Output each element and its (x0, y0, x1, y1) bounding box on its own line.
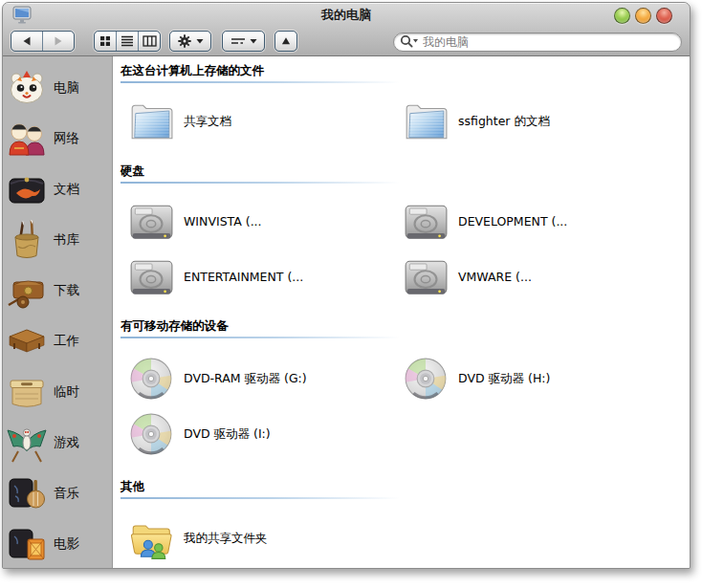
up-button[interactable] (274, 31, 297, 52)
actions-button[interactable] (169, 31, 211, 52)
hard-drive-icon (403, 253, 449, 299)
wooden-cart-icon (3, 270, 51, 312)
chevron-down-icon (196, 38, 204, 44)
back-button[interactable] (11, 32, 42, 51)
arrange-button[interactable] (222, 31, 265, 52)
sidebar-item-label: 游戏 (54, 434, 79, 451)
column-view-icon (143, 35, 157, 47)
window-button-red[interactable] (656, 8, 672, 24)
window-buttons (614, 8, 672, 24)
list-view-button[interactable] (116, 32, 138, 51)
section-title: 有可移动存储的设备 (121, 318, 690, 335)
drive-item-winvista[interactable]: WINVISTA (... (121, 196, 395, 246)
titlebar[interactable]: 我的电脑 (3, 3, 690, 27)
file-item-label: ssfighter 的文档 (458, 114, 550, 130)
window-button-green[interactable] (614, 8, 630, 24)
drive-item-label: DEVELOPMENT (... (458, 214, 567, 229)
file-item-user-documents[interactable]: ssfighter 的文档 (395, 97, 690, 146)
wooden-table-icon (3, 320, 51, 362)
section-title: 硬盘 (121, 163, 690, 180)
blue-folder-icon (128, 98, 174, 144)
sidebar-item-music[interactable]: 音乐 (3, 468, 112, 518)
section-items: 共享文档 ssfighter 的文档 (121, 97, 690, 146)
drive-item-vmware[interactable]: VMWARE (... (395, 251, 690, 301)
blue-folder-icon (403, 98, 449, 144)
drive-item-dvdram-g[interactable]: DVD-RAM 驱动器 (G:) (121, 354, 395, 403)
list-view-icon (121, 35, 134, 47)
lantern-case-icon (3, 523, 51, 565)
sidebar-item-label: 临时 (54, 383, 79, 401)
sidebar-item-computer[interactable]: 电脑 (3, 62, 112, 113)
hard-drive-icon (403, 198, 449, 244)
clay-dolls-icon (3, 118, 51, 160)
shared-folder-icon (128, 515, 174, 561)
section-items: DVD-RAM 驱动器 (G:) DVD 驱动器 (H:) DVD 驱动器 (I… (121, 354, 690, 459)
sidebar-item-library[interactable]: 书库 (3, 214, 112, 265)
sidebar-item-temp[interactable]: 临时 (3, 366, 112, 417)
drive-item-development[interactable]: DEVELOPMENT (... (395, 196, 690, 246)
section-divider (121, 81, 400, 83)
sidebar-item-label: 下载 (54, 282, 79, 299)
window: 我的电脑 (2, 2, 691, 569)
sidebar-item-label: 电脑 (54, 79, 79, 97)
section-items: 我的共享文件夹 (121, 513, 690, 563)
drive-item-entertainment[interactable]: ENTERTAINMENT (... (121, 251, 395, 301)
sidebar-item-documents[interactable]: 文档 (3, 163, 112, 214)
sidebar-item-movies[interactable]: 电影 (3, 518, 112, 568)
window-button-amber[interactable] (635, 8, 651, 24)
up-arrow-icon (281, 36, 291, 46)
hard-drive-icon (128, 198, 174, 244)
drive-item-label: WINVISTA (... (184, 214, 262, 229)
gear-icon (177, 33, 192, 49)
section-divider (121, 182, 400, 184)
back-arrow-icon (21, 35, 33, 47)
window-title: 我的电脑 (3, 7, 690, 24)
file-item-shared-documents[interactable]: 共享文档 (121, 97, 395, 146)
sidebar-item-label: 书库 (54, 231, 79, 249)
file-item-my-shared-folder[interactable]: 我的共享文件夹 (121, 513, 395, 563)
forward-button[interactable] (42, 32, 74, 51)
drive-item-label: DVD 驱动器 (H:) (458, 371, 550, 387)
sidebar-item-work[interactable]: 工作 (3, 316, 112, 366)
sidebar: 电脑 网络 文档 书库 下载 工作 (3, 56, 113, 568)
search-input[interactable] (393, 33, 682, 52)
grid-view-icon (99, 35, 111, 47)
column-view-button[interactable] (138, 32, 160, 51)
window-body: 电脑 网络 文档 书库 下载 工作 (3, 56, 690, 568)
view-button-group (94, 31, 161, 52)
section-title: 其他 (121, 479, 690, 495)
search-field-wrap (393, 32, 682, 52)
sort-lines-icon (230, 35, 246, 47)
kite-icon (3, 422, 51, 464)
section-divider (121, 337, 400, 338)
file-item-label: 我的共享文件夹 (184, 531, 268, 547)
drive-item-label: ENTERTAINMENT (... (184, 270, 303, 284)
nav-button-group (11, 31, 75, 52)
icon-view-button[interactable] (95, 32, 116, 51)
forward-arrow-icon (53, 35, 64, 47)
file-list-panel: 在这台计算机上存储的文件 共享文档 ssfighter 的文档 硬盘 WINVI… (113, 56, 690, 568)
dvd-disc-icon (403, 356, 449, 402)
sidebar-item-label: 音乐 (54, 485, 79, 502)
sidebar-item-network[interactable]: 网络 (3, 113, 112, 163)
drive-item-dvd-i[interactable]: DVD 驱动器 (I:) (121, 409, 395, 459)
drive-item-label: VMWARE (... (458, 270, 532, 284)
sidebar-item-downloads[interactable]: 下载 (3, 265, 112, 316)
lute-case-icon (3, 472, 51, 514)
sidebar-item-label: 电影 (54, 535, 79, 553)
window-chrome: 我的电脑 (3, 3, 690, 56)
dvd-disc-icon (128, 356, 174, 402)
sidebar-item-label: 文档 (54, 181, 79, 198)
section-divider (121, 497, 400, 499)
tiger-toy-icon (3, 67, 51, 109)
sidebar-item-label: 网络 (54, 130, 79, 147)
lacquer-box-icon (3, 168, 51, 210)
sidebar-item-label: 工作 (54, 333, 79, 350)
chevron-down-icon (250, 38, 257, 44)
drive-item-label: DVD 驱动器 (I:) (184, 426, 271, 443)
sidebar-item-games[interactable]: 游戏 (3, 417, 112, 468)
brush-pot-icon (3, 219, 51, 261)
drive-item-dvd-h[interactable]: DVD 驱动器 (H:) (395, 354, 690, 403)
hard-drive-icon (128, 253, 174, 299)
file-item-label: 共享文档 (184, 114, 231, 130)
